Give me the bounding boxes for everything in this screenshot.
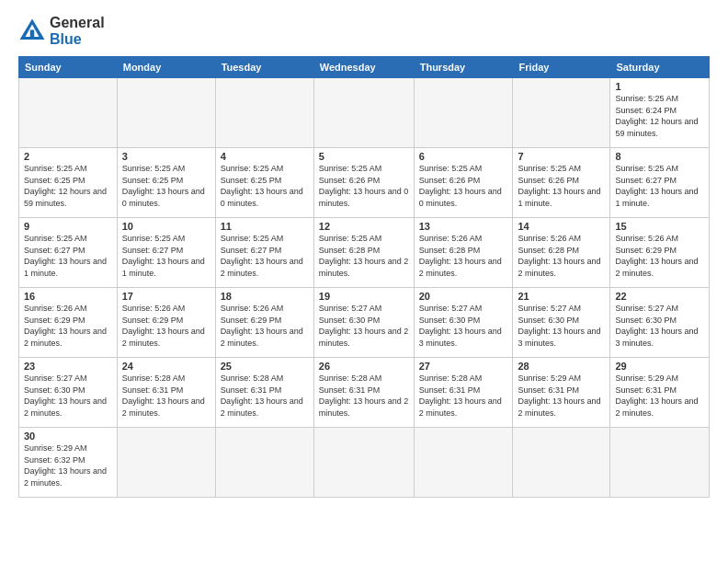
- day-cell: 15Sunrise: 5:26 AM Sunset: 6:29 PM Dayli…: [610, 218, 710, 288]
- day-cell: 7Sunrise: 5:25 AM Sunset: 6:26 PM Daylig…: [513, 148, 610, 218]
- day-number: 18: [221, 291, 309, 302]
- day-number: 7: [518, 151, 605, 162]
- day-number: 29: [615, 361, 704, 372]
- calendar-page: General Blue SundayMondayTuesdayWednesda…: [0, 0, 728, 563]
- day-cell: [117, 428, 215, 498]
- day-number: 16: [24, 291, 112, 302]
- day-cell: [313, 428, 414, 498]
- day-info: Sunrise: 5:27 AM Sunset: 6:30 PM Dayligh…: [615, 303, 704, 349]
- day-cell: [610, 428, 710, 498]
- day-cell: 18Sunrise: 5:26 AM Sunset: 6:29 PM Dayli…: [215, 288, 313, 358]
- day-number: 15: [615, 221, 704, 232]
- day-cell: 9Sunrise: 5:25 AM Sunset: 6:27 PM Daylig…: [19, 218, 118, 288]
- weekday-header-row: SundayMondayTuesdayWednesdayThursdayFrid…: [19, 57, 710, 78]
- logo-icon: [18, 17, 46, 45]
- day-number: 27: [419, 361, 508, 372]
- day-cell: [414, 78, 513, 148]
- day-cell: 27Sunrise: 5:28 AM Sunset: 6:31 PM Dayli…: [414, 358, 513, 428]
- day-number: 6: [419, 151, 508, 162]
- day-number: 26: [319, 361, 409, 372]
- day-info: Sunrise: 5:25 AM Sunset: 6:27 PM Dayligh…: [221, 233, 309, 279]
- day-number: 12: [319, 221, 409, 232]
- day-number: 4: [221, 151, 309, 162]
- day-number: 2: [24, 151, 112, 162]
- day-number: 19: [319, 291, 409, 302]
- day-cell: 30Sunrise: 5:29 AM Sunset: 6:32 PM Dayli…: [19, 428, 118, 498]
- day-info: Sunrise: 5:25 AM Sunset: 6:26 PM Dayligh…: [419, 163, 508, 209]
- day-number: 23: [24, 361, 112, 372]
- day-info: Sunrise: 5:27 AM Sunset: 6:30 PM Dayligh…: [419, 303, 508, 349]
- day-number: 14: [518, 221, 605, 232]
- day-info: Sunrise: 5:29 AM Sunset: 6:31 PM Dayligh…: [615, 373, 704, 419]
- day-number: 1: [615, 81, 704, 92]
- day-number: 17: [122, 291, 210, 302]
- day-info: Sunrise: 5:25 AM Sunset: 6:26 PM Dayligh…: [518, 163, 605, 209]
- weekday-friday: Friday: [513, 57, 610, 78]
- logo-blue: Blue: [50, 31, 82, 47]
- day-cell: 19Sunrise: 5:27 AM Sunset: 6:30 PM Dayli…: [313, 288, 414, 358]
- day-info: Sunrise: 5:25 AM Sunset: 6:26 PM Dayligh…: [319, 163, 409, 209]
- day-number: 30: [24, 431, 112, 442]
- svg-rect-2: [30, 29, 35, 40]
- day-cell: [215, 78, 313, 148]
- day-cell: 4Sunrise: 5:25 AM Sunset: 6:25 PM Daylig…: [215, 148, 313, 218]
- day-number: 20: [419, 291, 508, 302]
- weekday-saturday: Saturday: [610, 57, 710, 78]
- day-cell: 17Sunrise: 5:26 AM Sunset: 6:29 PM Dayli…: [117, 288, 215, 358]
- day-number: 5: [319, 151, 409, 162]
- day-cell: 11Sunrise: 5:25 AM Sunset: 6:27 PM Dayli…: [215, 218, 313, 288]
- day-info: Sunrise: 5:28 AM Sunset: 6:31 PM Dayligh…: [419, 373, 508, 419]
- logo: General Blue: [18, 15, 105, 47]
- header: General Blue: [18, 15, 710, 47]
- day-number: 25: [221, 361, 309, 372]
- week-row-0: 1Sunrise: 5:25 AM Sunset: 6:24 PM Daylig…: [19, 78, 710, 148]
- day-info: Sunrise: 5:25 AM Sunset: 6:28 PM Dayligh…: [319, 233, 409, 279]
- day-cell: [19, 78, 118, 148]
- day-cell: 13Sunrise: 5:26 AM Sunset: 6:28 PM Dayli…: [414, 218, 513, 288]
- day-info: Sunrise: 5:29 AM Sunset: 6:32 PM Dayligh…: [24, 442, 112, 488]
- day-info: Sunrise: 5:27 AM Sunset: 6:30 PM Dayligh…: [24, 373, 112, 419]
- day-info: Sunrise: 5:28 AM Sunset: 6:31 PM Dayligh…: [122, 373, 210, 419]
- day-info: Sunrise: 5:26 AM Sunset: 6:29 PM Dayligh…: [221, 303, 309, 349]
- day-cell: 21Sunrise: 5:27 AM Sunset: 6:30 PM Dayli…: [513, 288, 610, 358]
- day-info: Sunrise: 5:26 AM Sunset: 6:29 PM Dayligh…: [615, 233, 704, 279]
- day-cell: 12Sunrise: 5:25 AM Sunset: 6:28 PM Dayli…: [313, 218, 414, 288]
- day-cell: 10Sunrise: 5:25 AM Sunset: 6:27 PM Dayli…: [117, 218, 215, 288]
- weekday-sunday: Sunday: [19, 57, 118, 78]
- day-number: 8: [615, 151, 704, 162]
- week-row-2: 9Sunrise: 5:25 AM Sunset: 6:27 PM Daylig…: [19, 218, 710, 288]
- day-cell: 6Sunrise: 5:25 AM Sunset: 6:26 PM Daylig…: [414, 148, 513, 218]
- day-number: 22: [615, 291, 704, 302]
- day-info: Sunrise: 5:28 AM Sunset: 6:31 PM Dayligh…: [221, 373, 309, 419]
- day-info: Sunrise: 5:27 AM Sunset: 6:30 PM Dayligh…: [518, 303, 605, 349]
- day-cell: 26Sunrise: 5:28 AM Sunset: 6:31 PM Dayli…: [313, 358, 414, 428]
- weekday-tuesday: Tuesday: [215, 57, 313, 78]
- day-cell: 29Sunrise: 5:29 AM Sunset: 6:31 PM Dayli…: [610, 358, 710, 428]
- weekday-wednesday: Wednesday: [313, 57, 414, 78]
- day-number: 28: [518, 361, 605, 372]
- day-number: 9: [24, 221, 112, 232]
- day-cell: 28Sunrise: 5:29 AM Sunset: 6:31 PM Dayli…: [513, 358, 610, 428]
- logo-general: General: [50, 15, 105, 30]
- day-info: Sunrise: 5:25 AM Sunset: 6:25 PM Dayligh…: [24, 163, 112, 209]
- day-number: 21: [518, 291, 605, 302]
- week-row-1: 2Sunrise: 5:25 AM Sunset: 6:25 PM Daylig…: [19, 148, 710, 218]
- day-cell: 22Sunrise: 5:27 AM Sunset: 6:30 PM Dayli…: [610, 288, 710, 358]
- day-cell: 25Sunrise: 5:28 AM Sunset: 6:31 PM Dayli…: [215, 358, 313, 428]
- day-info: Sunrise: 5:25 AM Sunset: 6:24 PM Dayligh…: [615, 93, 704, 139]
- day-info: Sunrise: 5:25 AM Sunset: 6:25 PM Dayligh…: [221, 163, 309, 209]
- day-cell: [117, 78, 215, 148]
- day-info: Sunrise: 5:26 AM Sunset: 6:28 PM Dayligh…: [419, 233, 508, 279]
- day-cell: 2Sunrise: 5:25 AM Sunset: 6:25 PM Daylig…: [19, 148, 118, 218]
- day-info: Sunrise: 5:25 AM Sunset: 6:27 PM Dayligh…: [615, 163, 704, 209]
- day-cell: 5Sunrise: 5:25 AM Sunset: 6:26 PM Daylig…: [313, 148, 414, 218]
- day-cell: 3Sunrise: 5:25 AM Sunset: 6:25 PM Daylig…: [117, 148, 215, 218]
- day-info: Sunrise: 5:26 AM Sunset: 6:29 PM Dayligh…: [122, 303, 210, 349]
- day-cell: 1Sunrise: 5:25 AM Sunset: 6:24 PM Daylig…: [610, 78, 710, 148]
- day-number: 11: [221, 221, 309, 232]
- day-cell: 14Sunrise: 5:26 AM Sunset: 6:28 PM Dayli…: [513, 218, 610, 288]
- day-info: Sunrise: 5:27 AM Sunset: 6:30 PM Dayligh…: [319, 303, 409, 349]
- day-info: Sunrise: 5:26 AM Sunset: 6:28 PM Dayligh…: [518, 233, 605, 279]
- weekday-monday: Monday: [117, 57, 215, 78]
- day-number: 13: [419, 221, 508, 232]
